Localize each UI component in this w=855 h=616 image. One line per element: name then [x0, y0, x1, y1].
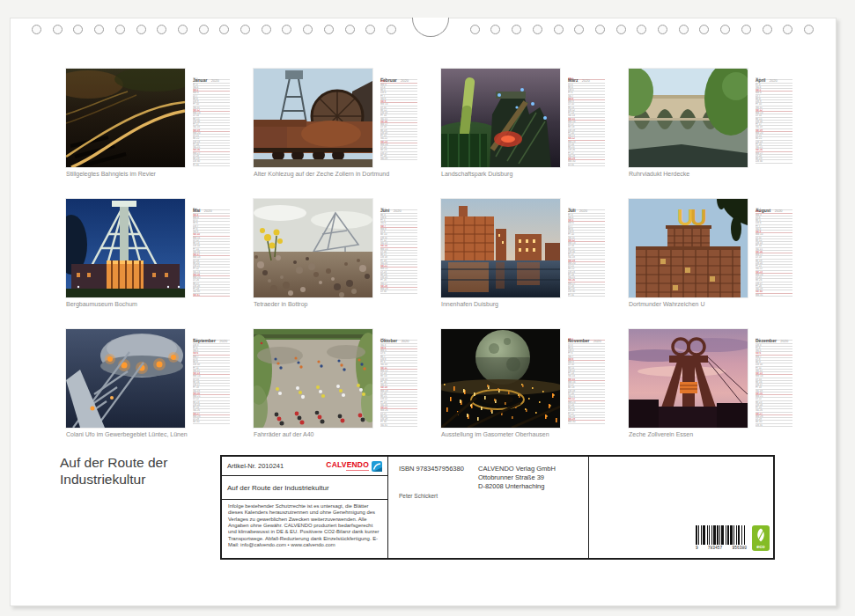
photo-caption: Fahrräder auf der A40	[254, 431, 314, 437]
photo-gasometer-oberhausen	[441, 329, 560, 428]
punch-hole	[595, 25, 605, 34]
photo-kohlezug-zeche-zollern	[254, 69, 372, 167]
photo-caption: Landschaftspark Duisburg	[441, 171, 512, 177]
month-cell-august: U U	[629, 199, 796, 329]
punch-hole	[387, 25, 396, 34]
calendar-day-row: Mo 31	[755, 294, 792, 297]
mini-calendar: November 2020 So 1Mo 2Di 3Mi 4Do 5Fr 6Sa…	[568, 330, 605, 424]
photo-caption: Zeche Zollverein Essen	[629, 431, 693, 437]
punch-hole	[240, 25, 250, 34]
punch-hole	[490, 25, 500, 34]
calendar-day-row: Di 31	[568, 164, 605, 166]
year-label: 2020	[204, 209, 212, 213]
punch-hole	[574, 25, 584, 34]
legal-text: Infolge bestehender Schutzrechte ist es …	[222, 500, 387, 558]
year-label: 2020	[401, 78, 409, 83]
calendar-day-row: So 31	[193, 294, 230, 297]
info-box-right-column: 9 783457 956380 eco	[589, 457, 773, 558]
calendar-day-row: Do 30	[755, 160, 792, 163]
punch-hole	[658, 25, 667, 34]
year-label: 2020	[770, 78, 778, 83]
publisher-info-box: Artikel-Nr. 2010241 CALVENDO Auf der Rou…	[220, 455, 775, 560]
photo-fahrraeder-a40	[254, 329, 372, 428]
mini-calendar: Juni 2020 Mo 1Di 2Mi 3Do 4Fr 5Sa 6So 7Mo…	[380, 200, 417, 294]
page-title-line2: Industriekultur	[60, 472, 167, 488]
mini-calendar: März 2020 So 1Mo 2Di 3Mi 4Do 5Fr 6Sa 7So…	[568, 70, 605, 166]
photo-innenhafen-duisburg	[441, 199, 560, 297]
hanger-hole	[412, 18, 449, 37]
month-cell-november: November 2020 So 1Mo 2Di 3Mi 4Do 5Fr 6Sa…	[441, 329, 608, 459]
photo-tetraeder-bottrop	[254, 199, 372, 297]
punch-hole	[94, 25, 104, 34]
punch-hole	[804, 25, 814, 34]
month-cell-february: Februar 2020 Sa 1So 2Mo 3Di 4Mi 5Do 6Fr …	[254, 69, 421, 199]
calvendo-tagline-bar	[346, 470, 369, 472]
punch-hole	[303, 25, 313, 34]
punch-hole	[73, 25, 83, 34]
info-box-left-column: Artikel-Nr. 2010241 CALVENDO Auf der Rou…	[222, 457, 388, 558]
year-label: 2020	[211, 78, 219, 83]
calendar-day-row: Fr 31	[568, 294, 605, 297]
punch-hole	[262, 25, 271, 34]
photo-zeche-zollverein-essen	[629, 329, 748, 428]
mini-calendar: Oktober 2020 Do 1Fr 2Sa 3So 4Mo 5Di 6Mi …	[380, 330, 417, 427]
photo-caption: Colani Ufo im Gewerbegebiet Lüntec, Lüne…	[66, 431, 188, 437]
year-label: 2020	[219, 339, 227, 343]
punch-hole	[512, 25, 521, 34]
publisher-street: Ottobrunner Straße 39	[478, 473, 556, 482]
punch-hole	[679, 25, 689, 34]
punch-hole	[720, 25, 730, 34]
month-cell-january: Januar 2020 Mi 1Do 2Fr 3Sa 4So 5Mo 6Di 7…	[66, 69, 233, 199]
calvendo-wordmark: CALVENDO	[326, 461, 369, 469]
year-label: 2020	[394, 209, 402, 213]
punch-hole	[199, 25, 209, 34]
punch-hole	[616, 25, 626, 34]
photo-caption: Ruhrviadukt Herdecke	[629, 171, 689, 177]
publisher-name: CALVENDO Verlag GmbH	[478, 465, 556, 473]
calendar-day-row: Do 31	[755, 424, 792, 427]
punch-hole	[157, 25, 166, 34]
punch-hole	[763, 25, 772, 34]
isbn-number: ISBN 9783457956380	[399, 465, 464, 473]
punch-hole	[365, 25, 375, 34]
calendar-day-row: Di 30	[380, 290, 417, 293]
mini-calendar: Dezember 2020 Di 1Mi 2Do 3Fr 4Sa 5So 6Mo…	[755, 330, 792, 427]
photo-caption: Dortmunder Wahrzeichen U	[629, 301, 705, 307]
month-cell-april: April 2020 Mi 1Do 2Fr 3Sa 4So 5Mo 6Di 7M…	[629, 69, 796, 199]
photo-bergbaumuseum-bochum	[66, 199, 185, 297]
months-grid: Januar 2020 Mi 1Do 2Fr 3Sa 4So 5Mo 6Di 7…	[66, 69, 816, 459]
box-title: Auf der Route der Industriekultur	[222, 476, 387, 500]
month-cell-december: Dezember 2020 Di 1Mi 2Do 3Fr 4Sa 5So 6Mo…	[629, 329, 796, 459]
eco-logo: eco	[752, 525, 770, 551]
punch-hole	[115, 25, 125, 34]
mini-calendar: April 2020 Mi 1Do 2Fr 3Sa 4So 5Mo 6Di 7M…	[755, 70, 792, 164]
article-row: Artikel-Nr. 2010241 CALVENDO	[222, 457, 387, 476]
punch-hole	[136, 25, 146, 34]
calendar-day-row: Fr 31	[193, 164, 230, 166]
info-box-middle-column: ISBN 9783457956380 CALVENDO Verlag GmbH …	[388, 457, 589, 558]
punch-hole	[554, 25, 564, 34]
month-cell-june: Juni 2020 Mo 1Di 2Mi 3Do 4Fr 5Sa 6So 7Mo…	[254, 199, 421, 329]
punch-hole	[470, 25, 480, 34]
barcode-bars	[696, 525, 747, 545]
barcode-number: 9 783457 956380	[696, 546, 747, 550]
year-label: 2020	[775, 209, 783, 213]
mini-calendar: Februar 2020 Sa 1So 2Mo 3Di 4Mi 5Do 6Fr …	[380, 70, 417, 160]
calendar-back-page: Januar 2020 Mi 1Do 2Fr 3Sa 4So 5Mo 6Di 7…	[10, 18, 837, 606]
punch-hole	[637, 25, 646, 34]
mini-calendar: September 2020 Di 1Mi 2Do 3Fr 4Sa 5So 6M…	[193, 330, 230, 424]
year-label: 2020	[579, 209, 587, 213]
year-label: 2020	[593, 339, 601, 343]
photo-stillgelegtes-bahngleis	[66, 69, 185, 167]
mini-calendar: Juli 2020 Mi 1Do 2Fr 3Sa 4So 5Mo 6Di 7Mi…	[568, 200, 605, 297]
calendar-day-row: Mi 30	[193, 421, 230, 423]
photo-landschaftspark-duisburg	[441, 69, 560, 167]
photo-caption: Bergbaumuseum Bochum	[66, 301, 137, 307]
barcode-group2: 956380	[732, 546, 747, 550]
mini-calendar: Mai 2020 Fr 1Sa 2So 3Mo 4Di 5Mi 6Do 7Fr …	[193, 200, 230, 297]
photo-caption: Tetraeder in Bottrop	[254, 301, 307, 307]
barcode-group1: 783457	[708, 546, 723, 550]
calendar-day-row: Sa 31	[380, 424, 417, 427]
photo-dortmunder-u: U U	[629, 199, 748, 297]
barcode-prefix: 9	[696, 546, 698, 550]
